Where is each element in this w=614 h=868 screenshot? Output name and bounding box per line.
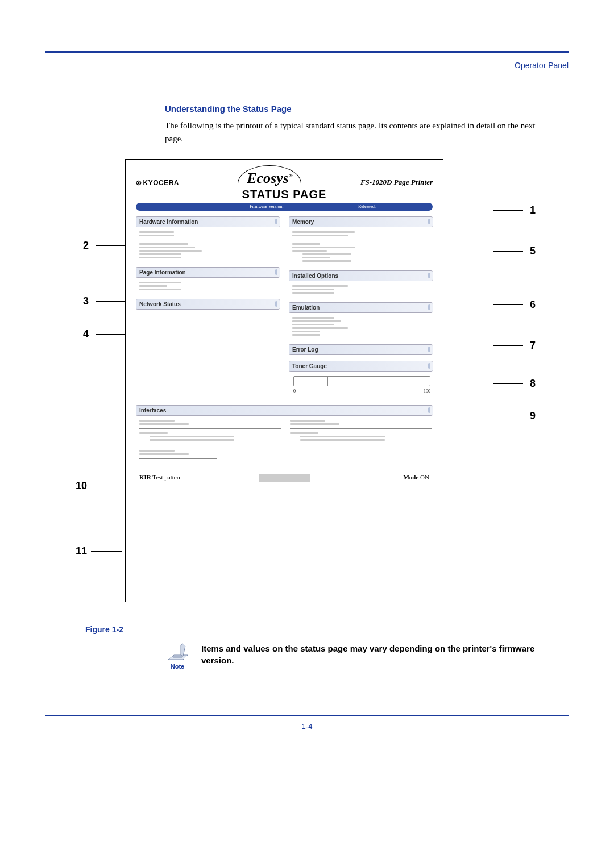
- gauge-min: 0: [293, 389, 296, 394]
- top-rule-thin: [45, 55, 569, 55]
- header-label: Operator Panel: [45, 61, 569, 70]
- svg-marker-3: [181, 644, 185, 656]
- callout-8: 8: [526, 378, 539, 390]
- gauge-max: 100: [424, 389, 430, 394]
- callout-6: 6: [526, 299, 539, 311]
- panel-memory: Memory: [289, 216, 433, 227]
- callout-5: 5: [526, 245, 539, 257]
- callout-2: 2: [80, 240, 92, 252]
- top-rule: [45, 51, 569, 53]
- callout-4: 4: [80, 328, 92, 340]
- svg-marker-0: [168, 655, 188, 660]
- panel-interfaces: Interfaces: [136, 405, 433, 416]
- page-number: 1-4: [45, 722, 569, 731]
- figure-caption: Figure 1-2: [85, 625, 569, 634]
- panel-emulation: Emulation: [289, 302, 433, 313]
- kir-row: KIR Test pattern Mode ON: [136, 471, 433, 483]
- note-text: Items and values on the status page may …: [201, 642, 542, 666]
- footer-rule: [45, 715, 569, 716]
- panel-error-log: Error Log: [289, 344, 433, 355]
- printer-name: FS-1020D Page Printer: [360, 178, 433, 187]
- note-label: Note: [171, 663, 184, 670]
- callout-3: 3: [80, 295, 92, 307]
- ecosys-logo: Ecosys®: [179, 170, 360, 187]
- kyocera-brand: KYOCERA: [136, 179, 179, 187]
- callout-11: 11: [75, 545, 88, 557]
- panel-installed-options: Installed Options: [289, 270, 433, 281]
- firmware-bar: Firmware Version: Released:: [136, 203, 433, 211]
- callout-10: 10: [75, 480, 88, 492]
- panel-toner-gauge: Toner Gauge: [289, 361, 433, 372]
- toner-gauge-bar: [293, 376, 430, 386]
- panel-network-status: Network Status: [136, 299, 280, 310]
- panel-hardware-info: Hardware Information: [136, 216, 280, 227]
- note-icon: Note: [165, 642, 190, 670]
- status-page-diagram: 2 3 4 10 11 1 5 6 7 8 9 KYOCERA Ecosys® …: [80, 159, 534, 614]
- callout-7: 7: [526, 340, 539, 352]
- callout-1: 1: [526, 205, 539, 216]
- section-title: Understanding the Status Page: [165, 104, 546, 114]
- status-page-printout: KYOCERA Ecosys® FS-1020D Page Printer ST…: [125, 159, 443, 602]
- kir-pattern: [259, 474, 310, 482]
- panel-page-info: Page Information: [136, 267, 280, 278]
- callout-9: 9: [526, 410, 539, 422]
- section-body: The following is the printout of a typic…: [165, 119, 546, 145]
